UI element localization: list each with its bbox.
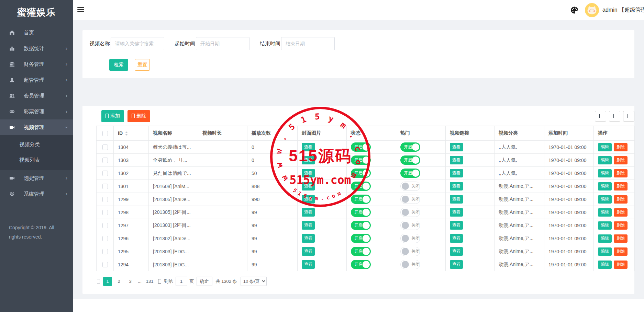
sidebar-item-0[interactable]: 首页 <box>0 25 73 41</box>
edit-button[interactable]: 编辑 <box>598 221 612 230</box>
batch-delete-button[interactable]: 删除 <box>127 110 150 122</box>
view-cover-button[interactable]: 查看 <box>302 260 315 269</box>
end-date-input[interactable] <box>281 37 335 50</box>
hot-toggle[interactable]: 关闭 <box>400 260 420 269</box>
export-button[interactable] <box>623 111 634 122</box>
row-checkbox[interactable] <box>102 184 108 189</box>
delete-button[interactable]: 删除 <box>614 221 628 230</box>
keyword-input[interactable] <box>111 37 164 50</box>
delete-button[interactable]: 删除 <box>614 195 628 204</box>
row-checkbox[interactable] <box>102 236 108 241</box>
sidebar-item-3[interactable]: 超管管理› <box>0 72 73 88</box>
edit-button[interactable]: 编辑 <box>598 261 612 269</box>
confirm-button[interactable]: 确定 <box>197 277 212 286</box>
sidebar-item-5[interactable]: 彩票管理› <box>0 104 73 119</box>
view-link-button[interactable]: 查看 <box>450 247 463 256</box>
row-checkbox[interactable] <box>102 145 108 150</box>
reset-button[interactable]: 重置 <box>135 59 150 71</box>
edit-button[interactable]: 编辑 <box>598 143 612 151</box>
hot-toggle[interactable]: 关闭 <box>400 208 420 217</box>
delete-button[interactable]: 删除 <box>614 143 628 151</box>
hot-toggle[interactable]: 开启 <box>400 155 420 165</box>
sidebar-item-2[interactable]: 财务管理› <box>0 56 73 72</box>
view-cover-button[interactable]: 查看 <box>302 169 315 177</box>
edit-button[interactable]: 编辑 <box>598 234 612 243</box>
row-checkbox[interactable] <box>102 249 108 254</box>
view-cover-button[interactable]: 查看 <box>302 156 315 164</box>
status-toggle[interactable]: 开启 <box>351 260 371 269</box>
sidebar-item-8[interactable]: 系统管理› <box>0 186 73 202</box>
sort-toggle[interactable] <box>125 131 128 136</box>
page-button-3[interactable]: 3 <box>126 277 135 286</box>
status-toggle[interactable]: 开启 <box>351 155 371 165</box>
hot-toggle[interactable]: 关闭 <box>400 247 420 256</box>
start-date-input[interactable] <box>196 37 249 50</box>
hot-toggle[interactable]: 关闭 <box>400 234 420 243</box>
view-link-button[interactable]: 查看 <box>450 208 463 217</box>
row-checkbox[interactable] <box>102 262 108 267</box>
edit-button[interactable]: 编辑 <box>598 182 612 190</box>
add-button[interactable]: 添加 <box>101 110 124 122</box>
sidebar-item-7[interactable]: 选妃管理› <box>0 170 73 186</box>
view-cover-button[interactable]: 查看 <box>302 182 315 190</box>
menu-toggle-icon[interactable] <box>77 7 84 13</box>
status-toggle[interactable]: 开启 <box>351 208 371 217</box>
delete-button[interactable]: 删除 <box>614 169 628 177</box>
filter-columns-button[interactable] <box>609 111 620 122</box>
status-toggle[interactable]: 开启 <box>351 234 371 243</box>
theme-palette-icon[interactable] <box>570 6 578 14</box>
delete-button[interactable]: 删除 <box>614 182 628 190</box>
status-toggle[interactable]: 开启 <box>351 195 371 204</box>
view-cover-button[interactable]: 查看 <box>302 195 315 204</box>
row-checkbox[interactable] <box>102 158 108 163</box>
row-checkbox[interactable] <box>102 210 108 215</box>
view-link-button[interactable]: 查看 <box>450 234 463 243</box>
page-button-1[interactable]: 1 <box>103 277 112 286</box>
delete-button[interactable]: 删除 <box>614 261 628 269</box>
select-all-checkbox[interactable] <box>102 131 108 136</box>
view-link-button[interactable]: 查看 <box>450 156 463 164</box>
view-link-button[interactable]: 查看 <box>450 260 463 269</box>
sidebar-subitem-1[interactable]: 视频列表 <box>0 152 73 167</box>
row-checkbox[interactable] <box>102 197 108 202</box>
view-link-button[interactable]: 查看 <box>450 221 463 230</box>
view-cover-button[interactable]: 查看 <box>302 234 315 243</box>
delete-button[interactable]: 删除 <box>614 234 628 243</box>
edit-button[interactable]: 编辑 <box>598 169 612 177</box>
avatar[interactable] <box>585 3 599 17</box>
view-cover-button[interactable]: 查看 <box>302 221 315 230</box>
view-cover-button[interactable]: 查看 <box>302 247 315 256</box>
delete-button[interactable]: 删除 <box>614 247 628 256</box>
jump-page-input[interactable] <box>176 277 187 286</box>
sidebar-item-1[interactable]: 数据统计› <box>0 41 73 56</box>
hot-toggle[interactable]: 关闭 <box>400 195 420 204</box>
delete-button[interactable]: 删除 <box>614 208 628 217</box>
page-size-select[interactable]: 10 条/页 <box>241 277 267 286</box>
view-link-button[interactable]: 查看 <box>450 169 463 177</box>
sidebar-item-4[interactable]: 会员管理› <box>0 88 73 104</box>
row-checkbox[interactable] <box>102 171 108 176</box>
edit-button[interactable]: 编辑 <box>598 208 612 217</box>
view-cover-button[interactable]: 查看 <box>302 143 315 151</box>
status-toggle[interactable]: 开启 <box>351 247 371 256</box>
status-toggle[interactable]: 开启 <box>351 142 371 152</box>
view-link-button[interactable]: 查看 <box>450 195 463 204</box>
hot-toggle[interactable]: 关闭 <box>400 221 420 230</box>
next-page-button[interactable] <box>157 279 162 284</box>
view-link-button[interactable]: 查看 <box>450 182 463 190</box>
refresh-button[interactable] <box>595 111 606 122</box>
search-button[interactable]: 检索 <box>109 59 128 71</box>
sidebar-item-6[interactable]: 视频管理› <box>0 119 73 135</box>
page-button-2[interactable]: 2 <box>114 277 123 286</box>
edit-button[interactable]: 编辑 <box>598 156 612 164</box>
hot-toggle[interactable]: 开启 <box>400 169 420 178</box>
status-toggle[interactable]: 开启 <box>351 221 371 230</box>
sidebar-subitem-0[interactable]: 视频分类 <box>0 137 73 152</box>
hot-toggle[interactable]: 开启 <box>400 142 420 152</box>
edit-button[interactable]: 编辑 <box>598 247 612 256</box>
prev-page-button[interactable] <box>96 279 101 284</box>
hot-toggle[interactable]: 关闭 <box>400 182 420 191</box>
view-cover-button[interactable]: 查看 <box>302 208 315 217</box>
view-link-button[interactable]: 查看 <box>450 143 463 151</box>
edit-button[interactable]: 编辑 <box>598 195 612 204</box>
